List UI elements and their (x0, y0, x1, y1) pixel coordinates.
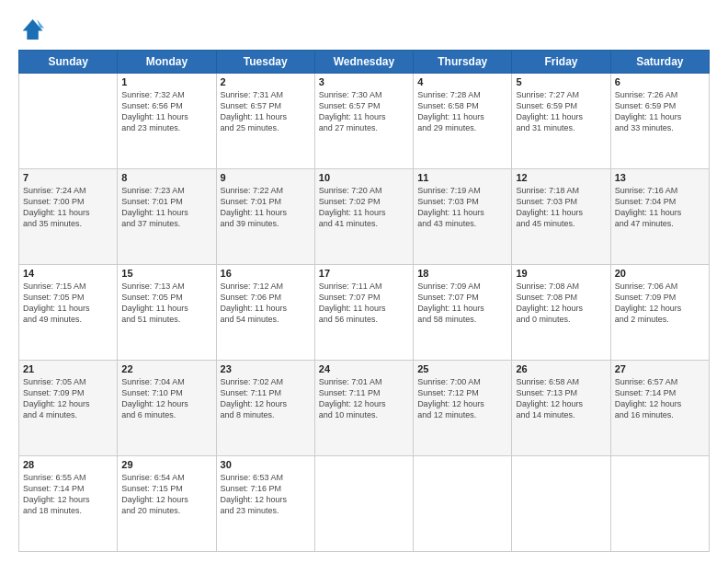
cell-info: Sunrise: 7:13 AM Sunset: 7:05 PM Dayligh… (121, 281, 211, 326)
calendar-header-monday: Monday (118, 51, 216, 74)
calendar-cell: 13Sunrise: 7:16 AM Sunset: 7:04 PM Dayli… (610, 169, 709, 265)
calendar-week-4: 21Sunrise: 7:05 AM Sunset: 7:09 PM Dayli… (19, 361, 710, 456)
day-number: 28 (23, 459, 113, 470)
day-number: 27 (615, 363, 705, 374)
cell-info: Sunrise: 6:57 AM Sunset: 7:14 PM Dayligh… (615, 376, 705, 421)
svg-marker-0 (23, 19, 43, 40)
calendar-header-friday: Friday (512, 51, 610, 74)
cell-info: Sunrise: 7:06 AM Sunset: 7:09 PM Dayligh… (615, 281, 705, 326)
calendar-cell: 10Sunrise: 7:20 AM Sunset: 7:02 PM Dayli… (314, 169, 413, 265)
cell-info: Sunrise: 6:53 AM Sunset: 7:16 PM Dayligh… (221, 472, 311, 517)
day-number: 16 (221, 268, 311, 279)
day-number: 4 (417, 76, 507, 87)
day-number: 21 (23, 363, 113, 374)
calendar-cell: 12Sunrise: 7:18 AM Sunset: 7:03 PM Dayli… (512, 169, 610, 265)
calendar-cell (512, 456, 610, 552)
calendar-cell: 23Sunrise: 7:02 AM Sunset: 7:11 PM Dayli… (216, 361, 314, 456)
calendar-header-sunday: Sunday (19, 51, 118, 74)
logo (18, 17, 48, 42)
calendar-week-1: 1Sunrise: 7:32 AM Sunset: 6:56 PM Daylig… (19, 74, 710, 169)
calendar-cell: 6Sunrise: 7:26 AM Sunset: 6:59 PM Daylig… (610, 74, 709, 169)
calendar-header-tuesday: Tuesday (216, 51, 314, 74)
cell-info: Sunrise: 7:30 AM Sunset: 6:57 PM Dayligh… (319, 89, 409, 134)
day-number: 15 (121, 268, 211, 279)
cell-info: Sunrise: 7:24 AM Sunset: 7:00 PM Dayligh… (23, 185, 113, 230)
day-number: 2 (221, 76, 311, 87)
day-number: 23 (221, 363, 311, 374)
cell-info: Sunrise: 7:01 AM Sunset: 7:11 PM Dayligh… (319, 376, 409, 421)
calendar-cell: 5Sunrise: 7:27 AM Sunset: 6:59 PM Daylig… (512, 74, 610, 169)
cell-info: Sunrise: 7:00 AM Sunset: 7:12 PM Dayligh… (417, 376, 507, 421)
calendar-cell: 24Sunrise: 7:01 AM Sunset: 7:11 PM Dayli… (314, 361, 413, 456)
header (18, 17, 710, 42)
calendar-cell: 20Sunrise: 7:06 AM Sunset: 7:09 PM Dayli… (610, 265, 709, 361)
calendar-cell: 7Sunrise: 7:24 AM Sunset: 7:00 PM Daylig… (19, 169, 118, 265)
cell-info: Sunrise: 6:58 AM Sunset: 7:13 PM Dayligh… (516, 376, 606, 421)
cell-info: Sunrise: 7:19 AM Sunset: 7:03 PM Dayligh… (417, 185, 507, 230)
calendar-cell: 29Sunrise: 6:54 AM Sunset: 7:15 PM Dayli… (118, 456, 216, 552)
calendar-cell: 18Sunrise: 7:09 AM Sunset: 7:07 PM Dayli… (414, 265, 512, 361)
cell-info: Sunrise: 7:15 AM Sunset: 7:05 PM Dayligh… (23, 281, 113, 326)
cell-info: Sunrise: 7:02 AM Sunset: 7:11 PM Dayligh… (221, 376, 311, 421)
cell-info: Sunrise: 7:20 AM Sunset: 7:02 PM Dayligh… (319, 185, 409, 230)
cell-info: Sunrise: 7:23 AM Sunset: 7:01 PM Dayligh… (121, 185, 211, 230)
day-number: 24 (319, 363, 409, 374)
calendar-cell (414, 456, 512, 552)
calendar-cell: 4Sunrise: 7:28 AM Sunset: 6:58 PM Daylig… (414, 74, 512, 169)
cell-info: Sunrise: 6:55 AM Sunset: 7:14 PM Dayligh… (23, 472, 113, 517)
cell-info: Sunrise: 7:26 AM Sunset: 6:59 PM Dayligh… (615, 89, 705, 134)
cell-info: Sunrise: 7:12 AM Sunset: 7:06 PM Dayligh… (221, 281, 311, 326)
day-number: 8 (121, 172, 211, 183)
day-number: 1 (121, 76, 211, 87)
calendar-cell: 9Sunrise: 7:22 AM Sunset: 7:01 PM Daylig… (216, 169, 314, 265)
calendar-cell (314, 456, 413, 552)
calendar-cell: 14Sunrise: 7:15 AM Sunset: 7:05 PM Dayli… (19, 265, 118, 361)
day-number: 9 (221, 172, 311, 183)
cell-info: Sunrise: 7:08 AM Sunset: 7:08 PM Dayligh… (516, 281, 606, 326)
cell-info: Sunrise: 7:04 AM Sunset: 7:10 PM Dayligh… (121, 376, 211, 421)
calendar-cell: 19Sunrise: 7:08 AM Sunset: 7:08 PM Dayli… (512, 265, 610, 361)
calendar-header-row: SundayMondayTuesdayWednesdayThursdayFrid… (19, 51, 710, 74)
day-number: 18 (417, 268, 507, 279)
cell-info: Sunrise: 7:27 AM Sunset: 6:59 PM Dayligh… (516, 89, 606, 134)
cell-info: Sunrise: 7:09 AM Sunset: 7:07 PM Dayligh… (417, 281, 507, 326)
day-number: 20 (615, 268, 705, 279)
day-number: 26 (516, 363, 606, 374)
calendar-header-saturday: Saturday (610, 51, 709, 74)
page: SundayMondayTuesdayWednesdayThursdayFrid… (0, 0, 728, 563)
day-number: 5 (516, 76, 606, 87)
calendar-cell: 1Sunrise: 7:32 AM Sunset: 6:56 PM Daylig… (118, 74, 216, 169)
cell-info: Sunrise: 7:32 AM Sunset: 6:56 PM Dayligh… (121, 89, 211, 134)
day-number: 30 (221, 459, 311, 470)
cell-info: Sunrise: 6:54 AM Sunset: 7:15 PM Dayligh… (121, 472, 211, 517)
calendar-cell: 11Sunrise: 7:19 AM Sunset: 7:03 PM Dayli… (414, 169, 512, 265)
calendar-week-3: 14Sunrise: 7:15 AM Sunset: 7:05 PM Dayli… (19, 265, 710, 361)
day-number: 12 (516, 172, 606, 183)
calendar-header-wednesday: Wednesday (314, 51, 413, 74)
day-number: 17 (319, 268, 409, 279)
calendar-cell: 21Sunrise: 7:05 AM Sunset: 7:09 PM Dayli… (19, 361, 118, 456)
calendar-cell: 8Sunrise: 7:23 AM Sunset: 7:01 PM Daylig… (118, 169, 216, 265)
day-number: 25 (417, 363, 507, 374)
day-number: 22 (121, 363, 211, 374)
day-number: 3 (319, 76, 409, 87)
day-number: 6 (615, 76, 705, 87)
day-number: 14 (23, 268, 113, 279)
day-number: 10 (319, 172, 409, 183)
cell-info: Sunrise: 7:11 AM Sunset: 7:07 PM Dayligh… (319, 281, 409, 326)
calendar-cell: 30Sunrise: 6:53 AM Sunset: 7:16 PM Dayli… (216, 456, 314, 552)
calendar-cell (19, 74, 118, 169)
calendar-header-thursday: Thursday (414, 51, 512, 74)
day-number: 13 (615, 172, 705, 183)
cell-info: Sunrise: 7:16 AM Sunset: 7:04 PM Dayligh… (615, 185, 705, 230)
cell-info: Sunrise: 7:31 AM Sunset: 6:57 PM Dayligh… (221, 89, 311, 134)
cell-info: Sunrise: 7:22 AM Sunset: 7:01 PM Dayligh… (221, 185, 311, 230)
calendar-week-2: 7Sunrise: 7:24 AM Sunset: 7:00 PM Daylig… (19, 169, 710, 265)
calendar-cell: 25Sunrise: 7:00 AM Sunset: 7:12 PM Dayli… (414, 361, 512, 456)
calendar-cell: 22Sunrise: 7:04 AM Sunset: 7:10 PM Dayli… (118, 361, 216, 456)
day-number: 11 (417, 172, 507, 183)
calendar-cell: 27Sunrise: 6:57 AM Sunset: 7:14 PM Dayli… (610, 361, 709, 456)
cell-info: Sunrise: 7:05 AM Sunset: 7:09 PM Dayligh… (23, 376, 113, 421)
calendar-cell: 3Sunrise: 7:30 AM Sunset: 6:57 PM Daylig… (314, 74, 413, 169)
calendar-week-5: 28Sunrise: 6:55 AM Sunset: 7:14 PM Dayli… (19, 456, 710, 552)
